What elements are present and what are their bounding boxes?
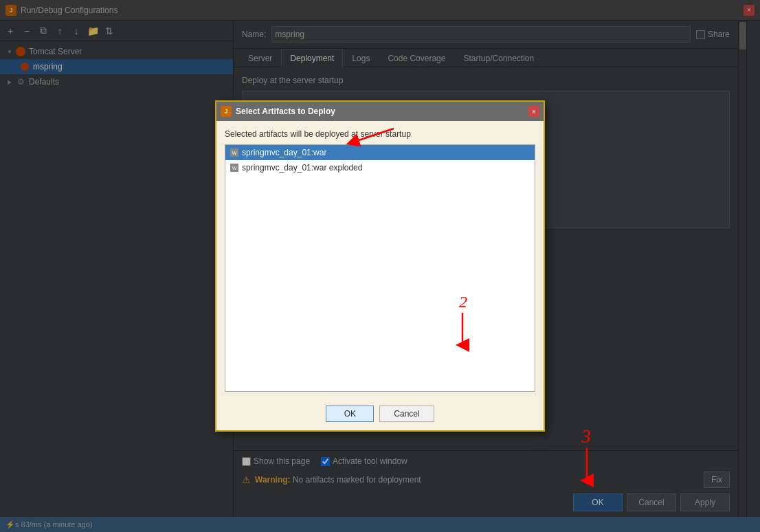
modal-footer: OK Cancel [216,400,544,430]
artifact-war-exploded-label: springmvc_day_01:war exploded [242,163,362,173]
artifact-list: W springmvc_day_01:war W springmvc_day_0… [225,144,535,392]
modal-cancel-btn[interactable]: Cancel [379,406,434,422]
modal-titlebar: J Select Artifacts to Deploy × [216,102,544,121]
modal-logo-icon: J [221,106,232,117]
modal-subtitle: Selected artifacts will be deployed at s… [225,129,535,139]
modal-title-left: J Select Artifacts to Deploy [221,106,335,117]
modal-ok-btn[interactable]: OK [326,406,374,422]
modal-title-text: Select Artifacts to Deploy [236,107,335,116]
artifact-war-label: springmvc_day_01:war [242,148,326,157]
artifact-item-war-exploded[interactable]: W springmvc_day_01:war exploded [225,160,535,175]
select-artifacts-modal: J Select Artifacts to Deploy × Selected … [215,100,545,432]
artifact-war-icon: W [230,148,239,157]
artifact-war-exploded-icon: W [230,163,239,173]
modal-body: Selected artifacts will be deployed at s… [216,121,544,400]
modal-close-btn[interactable]: × [528,106,539,117]
modal-overlay: J Select Artifacts to Deploy × Selected … [0,0,760,532]
artifact-item-war[interactable]: W springmvc_day_01:war [225,145,535,160]
